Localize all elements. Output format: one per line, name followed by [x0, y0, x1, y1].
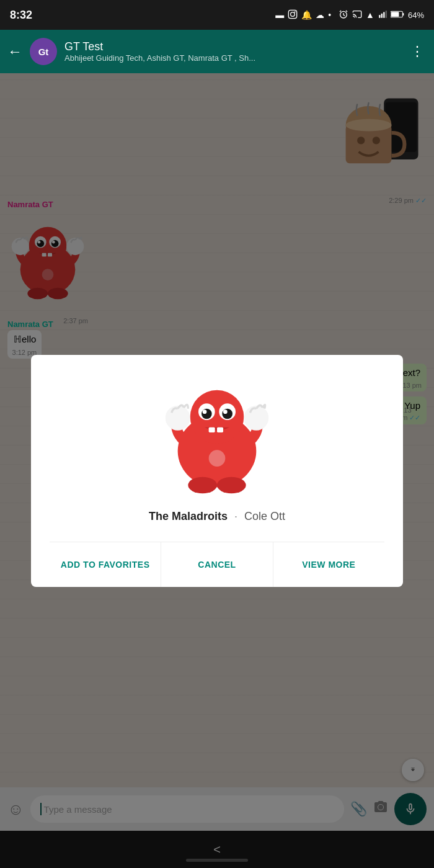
add-to-favorites-button[interactable]: ADD TO FAVORITES	[50, 542, 161, 587]
svg-point-36	[190, 390, 244, 444]
dialog-actions: ADD TO FAVORITES CANCEL VIEW MORE	[50, 542, 384, 587]
toolbar-info: GT Test Abhijeet Guiding Tech, Ashish GT…	[64, 40, 401, 63]
svg-point-39	[202, 408, 212, 419]
sticker-pack-name: The Maladroits	[149, 510, 228, 522]
notification-icon: 🔔	[301, 10, 312, 20]
chat-area: 2:29 pm ✓✓ Namrata GT	[0, 73, 434, 868]
dialog-title: The Maladroits · Cole Ott	[149, 510, 285, 523]
svg-point-47	[188, 477, 217, 493]
cancel-button[interactable]: CANCEL	[161, 542, 273, 587]
svg-rect-6	[381, 13, 383, 17]
menu-button[interactable]: ⋮	[408, 43, 427, 60]
svg-point-2	[294, 11, 296, 12]
svg-point-40	[222, 408, 232, 419]
view-more-button[interactable]: VIEW MORE	[273, 542, 384, 587]
dialog-sticker-preview	[155, 374, 279, 498]
sticker-dialog: The Maladroits · Cole Ott ADD TO FAVORIT…	[31, 355, 403, 587]
svg-point-1	[291, 12, 295, 16]
svg-rect-11	[391, 12, 399, 17]
sticker-author: Cole Ott	[244, 510, 285, 522]
svg-rect-0	[289, 10, 297, 18]
toolbar: ← Gt GT Test Abhijeet Guiding Tech, Ashi…	[0, 30, 434, 73]
svg-rect-8	[386, 11, 387, 18]
svg-rect-7	[383, 12, 384, 17]
svg-point-45	[166, 405, 190, 430]
battery-icon	[391, 10, 404, 20]
status-time: 8:32	[10, 9, 32, 22]
svg-point-46	[244, 405, 268, 430]
svg-rect-5	[379, 15, 380, 18]
dot-icon: •	[328, 10, 331, 20]
status-icons: ▬ 🔔 ☁ • ▲ 64%	[275, 9, 424, 21]
status-bar: 8:32 ▬ 🔔 ☁ • ▲ 64%	[0, 0, 434, 30]
svg-point-41	[203, 409, 207, 414]
title-separator: ·	[234, 510, 237, 522]
alarm-icon	[339, 9, 348, 21]
wifi-icon: ▲	[366, 10, 374, 20]
svg-rect-44	[217, 427, 223, 432]
group-members: Abhijeet Guiding Tech, Ashish GT, Namrat…	[64, 53, 325, 63]
back-button[interactable]: ←	[7, 43, 22, 60]
instagram-icon	[288, 9, 298, 21]
svg-point-42	[223, 409, 228, 414]
svg-point-48	[217, 477, 246, 493]
signal-icon	[378, 10, 387, 20]
svg-rect-10	[402, 12, 404, 15]
group-avatar: Gt	[30, 38, 57, 65]
overlay[interactable]: The Maladroits · Cole Ott ADD TO FAVORIT…	[0, 73, 434, 868]
svg-point-49	[209, 450, 226, 467]
cloud-icon: ☁	[316, 10, 324, 20]
cast-icon	[352, 9, 362, 21]
group-name: GT Test	[64, 40, 401, 53]
battery-percent: 64%	[408, 11, 424, 20]
sim-icon: ▬	[275, 10, 284, 20]
svg-rect-43	[209, 427, 215, 432]
